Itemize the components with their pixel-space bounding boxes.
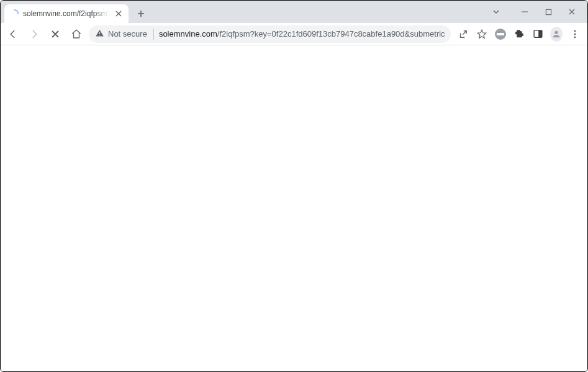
svg-rect-2 [99, 35, 100, 35]
profile-button[interactable] [550, 28, 563, 40]
url-text: solemnvine.com/f2iqfpsm?key=0f22c1fd609f… [159, 29, 445, 39]
url-domain: solemnvine.com [159, 29, 217, 39]
nav-stop-button[interactable] [47, 25, 64, 43]
svg-point-7 [574, 33, 576, 35]
nav-home-button[interactable] [68, 25, 85, 43]
svg-point-8 [574, 36, 576, 38]
security-chip[interactable]: Not secure [95, 29, 154, 40]
bookmark-icon[interactable] [476, 28, 488, 40]
titlebar: solemnvine.com/f2iqfpsm?key=0 [1, 1, 587, 23]
address-bar[interactable]: Not secure solemnvine.com/f2iqfpsm?key=0… [89, 25, 451, 43]
window-close-icon[interactable] [568, 7, 576, 16]
svg-point-5 [554, 30, 558, 34]
svg-rect-4 [538, 30, 542, 37]
url-path: /f2iqfpsm?key=0f22c1fd609f13cb7947c8cabf… [217, 29, 445, 39]
nav-back-button[interactable] [4, 25, 22, 43]
extensions-icon[interactable] [513, 28, 525, 40]
window-maximize-icon[interactable] [544, 7, 553, 16]
warning-icon [95, 29, 104, 40]
user-icon [551, 29, 561, 39]
side-panel-icon[interactable] [531, 28, 544, 40]
svg-rect-0 [546, 9, 551, 14]
tab-close-icon[interactable] [114, 9, 124, 19]
new-tab-button[interactable] [132, 5, 150, 22]
svg-point-6 [574, 30, 576, 32]
nav-forward-button [25, 25, 43, 43]
extension-blocked-icon[interactable] [494, 28, 507, 40]
security-label: Not secure [108, 29, 147, 39]
browser-tab[interactable]: solemnvine.com/f2iqfpsm?key=0 [4, 4, 129, 23]
window-controls [492, 1, 585, 23]
loading-spinner-icon [9, 9, 19, 19]
tab-title: solemnvine.com/f2iqfpsm?key=0 [23, 9, 110, 18]
window-minimize-icon[interactable] [520, 7, 529, 16]
page-viewport [1, 45, 587, 371]
share-icon[interactable] [457, 28, 469, 40]
toolbar-right [455, 28, 584, 40]
tab-search-icon[interactable] [492, 7, 500, 16]
toolbar: Not secure solemnvine.com/f2iqfpsm?key=0… [1, 23, 587, 45]
menu-icon[interactable] [569, 28, 581, 40]
svg-rect-1 [99, 32, 100, 34]
